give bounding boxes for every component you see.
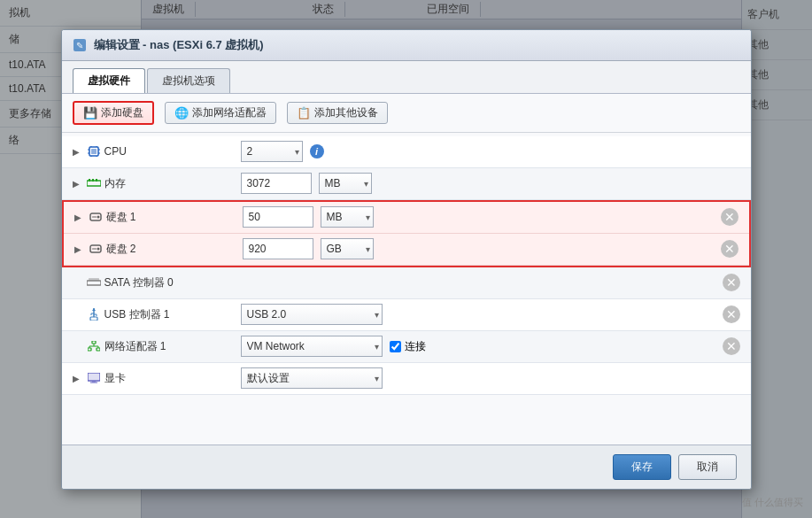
cpu-count-select[interactable]: 2 1 4 8 [241,141,303,162]
svg-text:✎: ✎ [76,41,83,50]
network-label-text: 网络适配器 1 [104,339,166,354]
modal-title: 编辑设置 - nas (ESXi 6.7 虚拟机) [94,37,264,53]
usb-type-select[interactable]: USB 2.0 USB 3.0 [241,304,383,325]
hdd2-label-col: ▶ 硬盘 2 [74,242,243,257]
cpu-icon [87,145,101,158]
memory-row: ▶ 内存 MB [62,168,751,200]
hdd2-expand-arrow[interactable]: ▶ [74,244,85,254]
hardware-list: ▶ [62,133,751,445]
memory-unit-select[interactable]: MB GB [319,173,372,194]
tab-vm-options[interactable]: 虚拟机选项 [147,68,230,93]
hdd1-label-col: ▶ 硬盘 1 [74,210,243,225]
network-icon: 🌐 [174,106,189,120]
network-connect-label: 连接 [390,339,426,354]
add-other-label: 添加其他设备 [314,105,378,120]
svg-rect-26 [90,317,97,321]
sata-label-col: ▶ SATA 控制器 0 [73,275,241,290]
add-network-button[interactable]: 🌐 添加网络适配器 [165,102,276,124]
modal-title-bar: ✎ 编辑设置 - nas (ESXi 6.7 虚拟机) [62,30,751,61]
hdd2-unit-select[interactable]: MB GB TB [321,238,374,259]
display-label-text: 显卡 [104,371,126,386]
usb-label-col: ▶ USB 控制器 1 [73,307,241,322]
hdd2-remove-button[interactable]: ✕ [721,240,739,258]
highlighted-disk-group: ▶ 硬盘 1 [62,200,751,267]
cpu-expand-arrow[interactable]: ▶ [73,147,83,157]
cpu-label-col: ▶ [73,145,241,158]
hdd2-label-text: 硬盘 2 [106,242,136,257]
hdd1-controls: MB GB TB [243,206,721,228]
hdd1-icon [89,211,103,223]
modal-overlay: ✎ 编辑设置 - nas (ESXi 6.7 虚拟机) 虚拟硬件 虚拟机选项 💾… [0,0,812,518]
add-other-button[interactable]: 📋 添加其他设备 [287,102,388,124]
memory-unit-wrapper: MB GB [319,173,372,194]
network-connect-text: 连接 [405,339,426,354]
sata-remove-button[interactable]: ✕ [723,274,740,291]
svg-point-17 [97,216,99,219]
watermark: 值 什么值得买 [742,496,803,509]
network-name-select[interactable]: VM Network [241,336,383,357]
memory-label-text: 内存 [104,176,126,191]
hdd1-label-text: 硬盘 1 [106,210,136,225]
display-controls: 默认设置 [241,367,740,389]
network-row: ▶ 网络适配器 1 [62,331,751,363]
sata-icon [87,276,101,289]
hdd1-unit-wrapper: MB GB TB [321,206,374,228]
hdd2-controls: MB GB TB [243,238,721,259]
svg-rect-13 [89,179,90,182]
hdd2-size-input[interactable] [243,238,313,259]
svg-rect-18 [92,216,97,218]
cpu-row: ▶ [62,136,751,168]
svg-rect-32 [88,348,91,351]
svg-rect-33 [97,348,100,351]
modal-toolbar: 💾 添加硬盘 🌐 添加网络适配器 📋 添加其他设备 [62,94,751,133]
cpu-controls: 2 1 4 8 i [241,141,740,162]
add-disk-button[interactable]: 💾 添加硬盘 [73,101,154,125]
usb-icon [87,308,101,321]
display-row: ▶ 显卡 默认设置 [62,363,751,395]
memory-expand-arrow[interactable]: ▶ [73,179,83,189]
svg-rect-14 [92,179,94,182]
display-expand-arrow[interactable]: ▶ [73,374,83,383]
hdd1-expand-arrow[interactable]: ▶ [74,213,85,222]
network-name-wrapper: VM Network [241,336,383,357]
modal-footer: 保存 取消 [62,445,751,489]
usb-controls: USB 2.0 USB 3.0 [241,304,723,325]
tab-virtual-hardware[interactable]: 虚拟硬件 [73,68,145,93]
hdd2-row: ▶ 硬盘 2 [64,234,749,266]
usb-type-wrapper: USB 2.0 USB 3.0 [241,304,383,325]
cancel-button[interactable]: 取消 [678,454,737,480]
memory-value-input[interactable] [241,173,312,194]
display-setting-select[interactable]: 默认设置 [241,367,383,389]
cpu-info-icon[interactable]: i [310,144,324,158]
usb-label-text: USB 控制器 1 [104,307,170,322]
display-setting-wrapper: 默认设置 [241,367,383,389]
svg-rect-3 [91,149,97,154]
network-label-col: ▶ 网络适配器 1 [73,339,241,354]
svg-marker-25 [92,308,96,311]
hdd1-row: ▶ 硬盘 1 [64,202,749,234]
network-remove-button[interactable]: ✕ [723,337,740,355]
sata-label-text: SATA 控制器 0 [104,275,174,290]
hdd1-size-input[interactable] [243,206,313,228]
usb-remove-button[interactable]: ✕ [723,305,740,323]
network-icon [87,340,101,352]
display-label-col: ▶ 显卡 [73,371,241,386]
save-button[interactable]: 保存 [613,454,671,480]
add-disk-label: 添加硬盘 [101,105,143,120]
svg-rect-21 [92,248,97,250]
memory-icon [87,177,101,189]
svg-rect-31 [92,341,96,344]
svg-rect-23 [89,278,99,281]
network-controls: VM Network 连接 [241,336,723,357]
hdd1-unit-select[interactable]: MB GB TB [321,206,374,228]
add-network-label: 添加网络适配器 [192,105,267,120]
disk-icon: 💾 [83,106,97,120]
sata-row: ▶ SATA 控制器 0 ✕ [62,267,751,299]
network-connect-checkbox[interactable] [390,341,401,352]
tabs-container: 虚拟硬件 虚拟机选项 [62,61,751,94]
edit-icon: ✎ [73,38,87,52]
usb-row: ▶ USB 控制器 1 [62,299,751,331]
svg-rect-15 [96,179,97,182]
hdd2-unit-wrapper: MB GB TB [321,238,374,259]
hdd1-remove-button[interactable]: ✕ [721,208,739,226]
